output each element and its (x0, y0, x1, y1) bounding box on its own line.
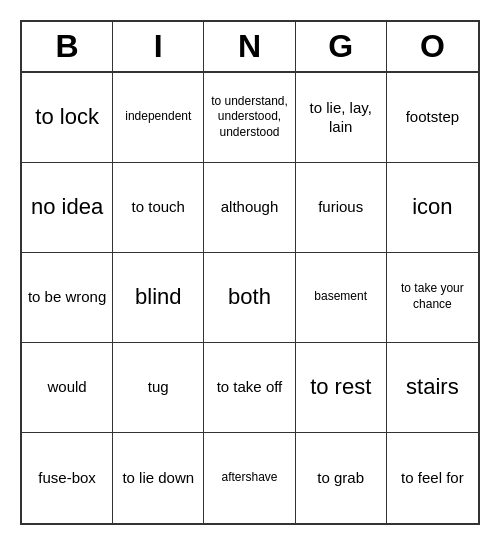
bingo-cell: icon (387, 163, 478, 253)
bingo-card: BINGO to lockindependentto understand, u… (20, 20, 480, 525)
cell-text: to take off (217, 377, 283, 397)
cell-text: to be wrong (28, 287, 106, 307)
cell-text: to lie down (122, 468, 194, 488)
bingo-cell: furious (296, 163, 387, 253)
cell-text: tug (148, 377, 169, 397)
cell-text: blind (135, 283, 181, 312)
cell-text: both (228, 283, 271, 312)
bingo-cell: would (22, 343, 113, 433)
bingo-header: BINGO (22, 22, 478, 73)
header-letter: B (22, 22, 113, 71)
bingo-cell: both (204, 253, 295, 343)
cell-text: to feel for (401, 468, 464, 488)
bingo-cell: to understand, understood, understood (204, 73, 295, 163)
bingo-cell: to take off (204, 343, 295, 433)
cell-text: basement (314, 289, 367, 305)
header-letter: G (296, 22, 387, 71)
cell-text: fuse-box (38, 468, 96, 488)
bingo-cell: tug (113, 343, 204, 433)
bingo-cell: no idea (22, 163, 113, 253)
cell-text: footstep (406, 107, 459, 127)
bingo-cell: to feel for (387, 433, 478, 523)
bingo-cell: to lie, lay, lain (296, 73, 387, 163)
bingo-cell: to be wrong (22, 253, 113, 343)
bingo-cell: basement (296, 253, 387, 343)
cell-text: to touch (132, 197, 185, 217)
bingo-cell: footstep (387, 73, 478, 163)
header-letter: I (113, 22, 204, 71)
cell-text: stairs (406, 373, 459, 402)
bingo-cell: to grab (296, 433, 387, 523)
cell-text: no idea (31, 193, 103, 222)
bingo-cell: independent (113, 73, 204, 163)
cell-text: to grab (317, 468, 364, 488)
cell-text: independent (125, 109, 191, 125)
cell-text: to understand, understood, understood (208, 94, 290, 141)
bingo-cell: fuse-box (22, 433, 113, 523)
cell-text: icon (412, 193, 452, 222)
bingo-cell: aftershave (204, 433, 295, 523)
bingo-cell: to lock (22, 73, 113, 163)
bingo-grid: to lockindependentto understand, underst… (22, 73, 478, 523)
cell-text: aftershave (221, 470, 277, 486)
cell-text: to rest (310, 373, 371, 402)
cell-text: to lock (35, 103, 99, 132)
cell-text: furious (318, 197, 363, 217)
cell-text: although (221, 197, 279, 217)
bingo-cell: to rest (296, 343, 387, 433)
cell-text: would (47, 377, 86, 397)
bingo-cell: to take your chance (387, 253, 478, 343)
header-letter: N (204, 22, 295, 71)
cell-text: to lie, lay, lain (300, 98, 382, 137)
bingo-cell: although (204, 163, 295, 253)
bingo-cell: to touch (113, 163, 204, 253)
header-letter: O (387, 22, 478, 71)
bingo-cell: to lie down (113, 433, 204, 523)
bingo-cell: blind (113, 253, 204, 343)
bingo-cell: stairs (387, 343, 478, 433)
cell-text: to take your chance (391, 281, 474, 312)
